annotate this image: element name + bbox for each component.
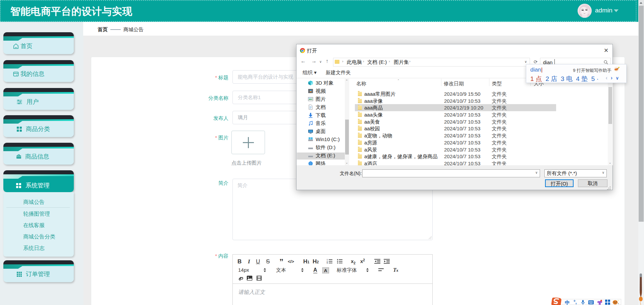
svg-text:A: A [324,268,327,273]
svg-text:3: 3 [327,262,328,264]
